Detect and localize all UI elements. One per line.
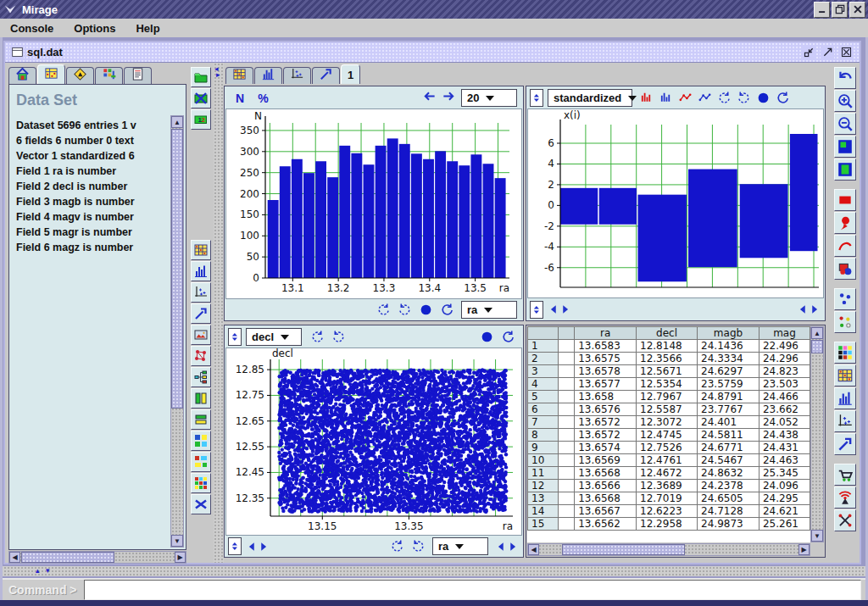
dataset-vertical-scrollbar[interactable]: ▲ ▼ [170,115,184,548]
table-cell[interactable]: 12.7967 [637,391,698,403]
table-cell[interactable]: 13.6574 [575,442,637,454]
table-cell[interactable]: 12.7019 [637,492,698,505]
table-cell[interactable]: 24.096 [759,480,810,492]
table-button[interactable] [191,240,211,260]
table-vertical-scrollbar[interactable]: ▲ ▼ [810,326,824,542]
row-number-cell[interactable]: 5 [528,391,559,403]
table-cell[interactable]: 13.6568 [575,467,637,480]
table-cell[interactable]: 13.6572 [575,429,637,442]
table-cell[interactable]: 22.496 [759,340,810,353]
menu-help[interactable]: Help [125,22,170,35]
rotate-reset-button[interactable] [776,91,790,105]
table-cell[interactable]: 13.658 [575,391,637,403]
table-cell[interactable]: 24.7128 [698,505,760,518]
pan-vertical-spinner[interactable] [228,537,242,555]
scroll-up-icon[interactable]: ▲ [171,116,183,128]
table-cell[interactable]: 25.345 [759,467,810,480]
expand-down-icon[interactable]: ▾ [46,568,50,574]
rotate-cw-button[interactable] [737,91,751,105]
scatter-button[interactable] [191,282,211,303]
table-row[interactable]: 1413.656712.622324.712824.621 [528,505,810,518]
table-cell[interactable]: 13.6572 [575,416,637,429]
line-chart-button[interactable] [191,303,211,324]
tab-histogram[interactable] [254,67,282,84]
table-cell[interactable]: 24.8791 [698,391,760,403]
dots-rgb-button[interactable] [834,311,856,333]
scroll-down-icon[interactable]: ▼ [811,530,823,542]
row-number-cell[interactable]: 4 [528,378,559,391]
tab-scatter[interactable] [283,67,311,84]
table-cell[interactable]: 24.6771 [698,442,760,454]
table-cell[interactable]: 12.6223 [637,505,698,518]
undo-button[interactable] [834,67,856,89]
dots-blue-button[interactable] [834,288,856,310]
table-cell[interactable]: 24.823 [759,365,810,378]
scroll-up-icon[interactable]: ▲ [811,327,823,339]
table-cell[interactable] [558,492,575,505]
maximize-button[interactable] [821,46,834,59]
row-number-cell[interactable]: 7 [528,416,559,429]
pan-left-button[interactable] [246,541,258,553]
scrollbar-thumb[interactable] [171,129,183,409]
table-cell[interactable]: 12.3566 [637,353,698,365]
pan-left-button[interactable] [797,303,809,315]
table-row[interactable]: 713.657212.307224.40124.052 [528,416,810,429]
table-cell[interactable]: 12.5587 [637,403,698,416]
rotate-reset-button[interactable] [501,330,515,344]
scrollbar-thumb[interactable] [21,552,114,563]
line-chart-button[interactable] [834,433,856,455]
table-cell[interactable]: 13.6575 [575,353,637,365]
table-cell[interactable]: 12.4745 [637,429,698,442]
pan-left-button[interactable] [495,541,507,553]
next-arrow-button[interactable] [442,89,456,107]
red-bars-button[interactable] [639,91,654,105]
table-cell[interactable] [558,353,575,365]
rotate-cw-button[interactable] [411,539,426,553]
column-header[interactable] [558,327,575,340]
row-number-cell[interactable]: 15 [528,518,559,531]
dot-size-button[interactable] [480,330,494,344]
row-number-cell[interactable]: 14 [528,505,559,518]
scroll-right-icon[interactable]: ▶ [175,552,186,563]
rotate-ccw-button[interactable] [717,91,732,105]
table-cell[interactable]: 23.662 [759,403,810,416]
pan-right-button[interactable] [258,541,270,553]
table-row[interactable]: 213.657512.356624.333424.296 [528,353,810,365]
table-row[interactable]: 613.657612.558723.776723.662 [528,403,810,416]
table-cell[interactable]: 24.466 [759,391,810,403]
column-header[interactable] [528,327,559,340]
table-cell[interactable]: 24.295 [759,492,810,505]
blue-line-button[interactable] [698,91,712,105]
table-cell[interactable]: 12.4672 [637,467,698,480]
table-cell[interactable]: 13.6568 [575,492,637,505]
rotate-ccw-button[interactable] [390,539,404,553]
delete-table-button[interactable] [191,88,211,108]
column-header[interactable]: magb [698,327,760,340]
rotate-cw-button[interactable] [331,330,346,344]
histogram-button[interactable] [191,261,211,281]
tab-table[interactable] [225,67,253,84]
table-cell[interactable]: 12.8148 [637,340,698,353]
column-header[interactable]: ra [575,327,637,340]
table-row[interactable]: 1213.656612.368924.237824.096 [528,480,810,492]
row-number-cell[interactable]: 1 [528,340,559,353]
table-row[interactable]: 513.65812.796724.879124.466 [528,391,810,403]
blue-bars-button[interactable] [659,91,673,105]
antenna-button[interactable] [834,486,856,509]
table-cell[interactable]: 12.5671 [637,365,698,378]
scroll-left-icon[interactable]: ◀ [9,552,20,563]
vector-range-chart[interactable]: -6-4-20246x(i) [527,108,824,298]
table-horizontal-scrollbar[interactable]: ◀ ▶ [527,543,810,556]
pan-right-button[interactable] [559,303,571,315]
row-number-cell[interactable]: 3 [528,365,559,378]
vector-spinner[interactable] [530,89,543,107]
table-cell[interactable]: 24.621 [759,505,810,518]
row-number-cell[interactable]: 13 [528,492,559,505]
table-row[interactable]: 1113.656812.467224.863225.345 [528,467,810,480]
close-button[interactable] [839,46,853,59]
pan-vertical-spinner[interactable] [530,301,543,319]
scroll-right-icon[interactable]: ▶ [798,544,810,555]
table-cell[interactable] [558,403,575,416]
close-button[interactable] [849,2,865,18]
multi-grid-button[interactable] [191,473,211,493]
